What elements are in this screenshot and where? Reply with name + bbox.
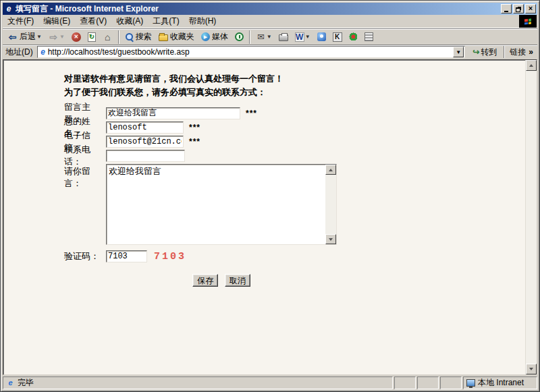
media-icon: ▶ [201, 32, 210, 41]
print-button[interactable] [275, 30, 292, 44]
phone-row: 联系电话： [64, 148, 525, 163]
status-page-icon: e [6, 379, 15, 387]
zone-text: 本地 Intranet [478, 377, 524, 389]
restore-button[interactable] [513, 4, 524, 13]
favorites-folder-icon [159, 34, 168, 41]
go-label: 转到 [481, 47, 497, 58]
stop-icon: ✕ [72, 32, 81, 42]
k-plugin-button[interactable]: K [329, 30, 346, 44]
favorites-label: 收藏夹 [170, 31, 194, 43]
subject-input[interactable] [106, 107, 240, 119]
page-scroll-down-button[interactable] [526, 364, 537, 374]
email-row: 电子信箱： *** [64, 134, 525, 148]
menu-view[interactable]: 查看(V) [75, 14, 111, 28]
word-edit-icon: W [295, 32, 304, 42]
edit-button[interactable]: W ▼ [292, 30, 314, 44]
search-button[interactable]: 搜索 [122, 30, 155, 44]
captcha-code-display: 7103 [154, 251, 186, 262]
title-bar: e 填写留言 - Microsoft Internet Explorer × [3, 3, 537, 15]
scroll-down-button[interactable] [325, 234, 336, 244]
address-separator [504, 46, 505, 58]
address-dropdown-button[interactable]: ▼ [453, 47, 464, 57]
restore-icon [516, 7, 520, 12]
ie-throbber-icon [519, 15, 537, 28]
menu-file[interactable]: 文件(F) [3, 14, 38, 28]
mail-button[interactable]: ✉ ▼ [252, 30, 275, 44]
subject-required-mark: *** [246, 109, 257, 118]
refresh-button[interactable]: ↻ [84, 30, 99, 44]
menu-tools[interactable]: 工具(T) [148, 14, 184, 28]
forward-dropdown-icon[interactable]: ▼ [59, 34, 65, 40]
mail-dropdown-icon[interactable]: ▼ [267, 34, 272, 40]
history-button[interactable] [232, 30, 247, 44]
page-scroll-up-button[interactable] [526, 60, 537, 71]
browser-window: e 填写留言 - Microsoft Internet Explorer × 文… [0, 0, 540, 392]
status-message-panel: e 完毕 [3, 376, 393, 389]
flower-plugin-button[interactable] [346, 30, 361, 44]
search-label: 搜索 [136, 31, 152, 43]
messenger-icon [317, 32, 326, 41]
media-label: 媒体 [212, 31, 228, 43]
close-icon: × [529, 5, 533, 12]
stripe-plugin-icon [364, 32, 373, 41]
minimize-button[interactable] [501, 4, 512, 13]
message-textarea[interactable]: 欢迎给我留言 [106, 164, 337, 245]
search-icon [125, 32, 134, 41]
stripe-plugin-button[interactable] [361, 30, 377, 44]
cancel-button[interactable]: 取消 [225, 274, 250, 287]
save-button[interactable]: 保存 [192, 274, 218, 287]
windows-flag-icon [524, 18, 531, 24]
home-button[interactable]: ⌂ [99, 30, 116, 44]
history-clock-icon [235, 32, 244, 41]
guestbook-page: 对里诺软件有意见请留言，我们会认真处理每一个留言！ 为了便于我们联系您，请务必填… [3, 60, 525, 374]
status-text: 完毕 [18, 377, 34, 389]
ie-logo-icon: e [4, 4, 14, 13]
subject-row: 留言主题： *** [64, 106, 525, 120]
messenger-button[interactable] [314, 30, 329, 44]
message-row: 请你留言： 欢迎给我留言 [64, 164, 525, 245]
media-button[interactable]: ▶ 媒体 [198, 30, 232, 44]
toolbar-separator [249, 30, 250, 44]
favorites-button[interactable]: 收藏夹 [155, 30, 198, 44]
forward-button[interactable]: ⇨ ▼ [45, 30, 68, 44]
back-button[interactable]: ⇦ 后退 ▼ [4, 30, 45, 44]
back-dropdown-icon[interactable]: ▼ [36, 34, 42, 40]
stop-button[interactable]: ✕ [68, 30, 84, 44]
status-spacer-panel [417, 376, 439, 389]
message-textarea-wrap: 欢迎给我留言 [106, 164, 337, 245]
window-title: 填写留言 - Microsoft Internet Explorer [16, 3, 500, 15]
captcha-label: 验证码： [64, 250, 106, 262]
go-button[interactable]: ↪ 转到 [468, 45, 502, 59]
browser-viewport: 对里诺软件有意见请留言，我们会认真处理每一个留言！ 为了便于我们联系您，请务必填… [3, 59, 537, 375]
intro-line-1: 对里诺软件有意见请留言，我们会认真处理每一个留言！ [64, 72, 525, 86]
home-icon: ⌂ [103, 32, 113, 42]
menu-edit[interactable]: 编辑(E) [38, 14, 75, 28]
captcha-input[interactable] [106, 250, 147, 262]
status-bar: e 完毕 本地 Intranet [3, 375, 537, 389]
page-scrollbar[interactable] [525, 60, 537, 374]
links-bar[interactable]: 链接 » [507, 47, 536, 58]
close-button[interactable]: × [525, 4, 536, 13]
email-input[interactable] [106, 136, 184, 148]
page-icon: e [38, 47, 48, 57]
message-scrollbar[interactable] [325, 165, 336, 244]
flower-plugin-icon [349, 32, 358, 41]
refresh-icon: ↻ [88, 32, 96, 42]
name-row: 您的姓名： *** [64, 120, 525, 134]
address-label: 地址(D) [4, 47, 37, 58]
menu-help[interactable]: 帮助(H) [184, 14, 221, 28]
mail-icon: ✉ [256, 32, 266, 42]
toolbar-separator [118, 30, 119, 44]
scroll-up-button[interactable] [325, 165, 336, 175]
status-spacer-panel [394, 376, 416, 389]
go-icon: ↪ [473, 47, 479, 57]
name-required-mark: *** [189, 123, 200, 132]
security-zone-panel: 本地 Intranet [463, 376, 537, 389]
k-plugin-icon: K [333, 32, 342, 42]
menu-favorites[interactable]: 收藏(A) [111, 14, 148, 28]
address-input[interactable] [48, 47, 454, 57]
edit-dropdown-icon[interactable]: ▼ [305, 34, 310, 40]
name-input[interactable] [106, 121, 184, 134]
captcha-row: 验证码： 7103 [64, 250, 525, 263]
phone-input[interactable] [106, 150, 185, 162]
